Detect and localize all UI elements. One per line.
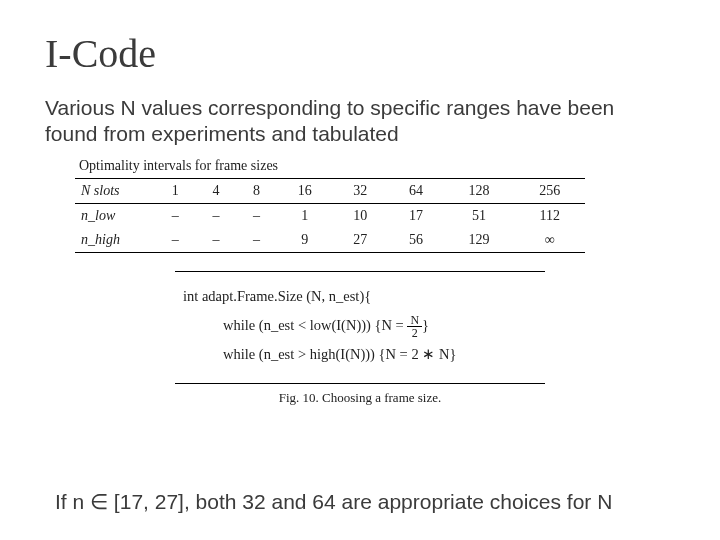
col-h: 64 bbox=[388, 178, 444, 203]
table-row: n_high – – – 9 27 56 129 ∞ bbox=[75, 228, 585, 253]
figure-caption: Fig. 10. Choosing a frame size. bbox=[175, 390, 545, 406]
intro-text: Various N values corresponding to specif… bbox=[45, 95, 645, 148]
cell: – bbox=[155, 203, 196, 228]
cell: 27 bbox=[333, 228, 389, 253]
note-text: [17, 27], both 32 and 64 are appropriate… bbox=[108, 490, 612, 513]
table-row: n_low – – – 1 10 17 51 112 bbox=[75, 203, 585, 228]
table-caption: Optimality intervals for frame sizes bbox=[75, 158, 585, 174]
cell: 56 bbox=[388, 228, 444, 253]
cell: – bbox=[236, 203, 277, 228]
cell: – bbox=[155, 228, 196, 253]
frac-bot: 2 bbox=[407, 327, 422, 339]
algo-text: } bbox=[422, 317, 429, 333]
cell: 1 bbox=[277, 203, 333, 228]
col-h: 8 bbox=[236, 178, 277, 203]
cell: 112 bbox=[514, 203, 585, 228]
cell: 9 bbox=[277, 228, 333, 253]
algo-text: while (n_est < low(I(N))) {N = bbox=[223, 317, 407, 333]
intervals-table-block: Optimality intervals for frame sizes N s… bbox=[75, 158, 585, 253]
cell: 10 bbox=[333, 203, 389, 228]
cell: ∞ bbox=[514, 228, 585, 253]
col-h: 256 bbox=[514, 178, 585, 203]
algo-signature: int adapt.Frame.Size (N, n_est){ bbox=[179, 282, 541, 311]
page-title: I-Code bbox=[45, 30, 675, 77]
algo-line: while (n_est > high(I(N))) {N = 2 ∗ N} bbox=[179, 340, 541, 369]
col-h: 1 bbox=[155, 178, 196, 203]
table-header-row: N slots 1 4 8 16 32 64 128 256 bbox=[75, 178, 585, 203]
col-h: 16 bbox=[277, 178, 333, 203]
row-label: n_low bbox=[75, 203, 155, 228]
sig-part: Size (N, n_est){ bbox=[278, 288, 372, 304]
sig-part: int adapt bbox=[183, 288, 233, 304]
sig-part: Frame bbox=[237, 288, 274, 304]
note-text: If n bbox=[55, 490, 90, 513]
algo-line: while (n_est < low(I(N))) {N = N2} bbox=[179, 311, 541, 340]
intervals-table: N slots 1 4 8 16 32 64 128 256 n_low – –… bbox=[75, 178, 585, 253]
cell: – bbox=[196, 228, 237, 253]
col-h: 4 bbox=[196, 178, 237, 203]
row-label: n_high bbox=[75, 228, 155, 253]
slide: I-Code Various N values corresponding to… bbox=[0, 0, 720, 540]
frac-top: N bbox=[407, 314, 422, 327]
cell: 17 bbox=[388, 203, 444, 228]
element-of-icon: ∈ bbox=[90, 490, 108, 513]
col-h: 32 bbox=[333, 178, 389, 203]
bottom-note: If n ∈ [17, 27], both 32 and 64 are appr… bbox=[55, 490, 612, 514]
cell: – bbox=[236, 228, 277, 253]
algorithm-block: int adapt.Frame.Size (N, n_est){ while (… bbox=[175, 271, 545, 406]
table-header-label: N slots bbox=[75, 178, 155, 203]
cell: – bbox=[196, 203, 237, 228]
cell: 51 bbox=[444, 203, 515, 228]
col-h: 128 bbox=[444, 178, 515, 203]
algorithm-body: int adapt.Frame.Size (N, n_est){ while (… bbox=[175, 271, 545, 384]
cell: 129 bbox=[444, 228, 515, 253]
